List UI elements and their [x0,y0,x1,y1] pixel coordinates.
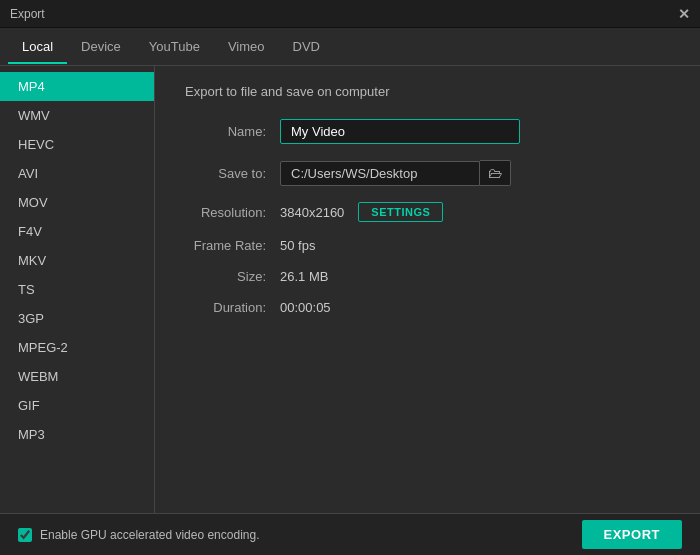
size-row: Size: 26.1 MB [185,269,670,284]
title-bar-title: Export [10,7,45,21]
save-to-field: 🗁 [280,160,511,186]
sidebar-item-webm[interactable]: WEBM [0,362,154,391]
tab-local[interactable]: Local [8,31,67,64]
sidebar-item-mov[interactable]: MOV [0,188,154,217]
settings-button[interactable]: SETTINGS [358,202,443,222]
size-label: Size: [185,269,280,284]
folder-icon: 🗁 [488,165,502,181]
resolution-row: Resolution: 3840x2160 SETTINGS [185,202,670,222]
folder-browse-button[interactable]: 🗁 [480,160,511,186]
name-row: Name: [185,119,670,144]
gpu-checkbox-row: Enable GPU accelerated video encoding. [18,528,259,542]
tab-bar: Local Device YouTube Vimeo DVD [0,28,700,66]
duration-label: Duration: [185,300,280,315]
title-bar: Export ✕ [0,0,700,28]
sidebar-item-3gp[interactable]: 3GP [0,304,154,333]
resolution-field: 3840x2160 SETTINGS [280,202,443,222]
content-heading: Export to file and save on computer [185,84,670,99]
frame-rate-label: Frame Rate: [185,238,280,253]
gpu-checkbox[interactable] [18,528,32,542]
sidebar-item-mp3[interactable]: MP3 [0,420,154,449]
sidebar-item-mpeg2[interactable]: MPEG-2 [0,333,154,362]
gpu-checkbox-label: Enable GPU accelerated video encoding. [40,528,259,542]
name-input[interactable] [280,119,520,144]
name-label: Name: [185,124,280,139]
sidebar-item-mkv[interactable]: MKV [0,246,154,275]
tab-vimeo[interactable]: Vimeo [214,31,279,62]
size-value: 26.1 MB [280,269,328,284]
sidebar-item-hevc[interactable]: HEVC [0,130,154,159]
resolution-label: Resolution: [185,205,280,220]
save-to-row: Save to: 🗁 [185,160,670,186]
duration-value: 00:00:05 [280,300,331,315]
sidebar-item-f4v[interactable]: F4V [0,217,154,246]
content-area: Export to file and save on computer Name… [155,66,700,513]
resolution-value: 3840x2160 [280,205,344,220]
tab-dvd[interactable]: DVD [279,31,334,62]
sidebar-item-avi[interactable]: AVI [0,159,154,188]
save-to-input[interactable] [280,161,480,186]
close-button[interactable]: ✕ [678,6,690,22]
duration-row: Duration: 00:00:05 [185,300,670,315]
tab-device[interactable]: Device [67,31,135,62]
frame-rate-value: 50 fps [280,238,315,253]
save-to-label: Save to: [185,166,280,181]
sidebar-item-wmv[interactable]: WMV [0,101,154,130]
sidebar-item-gif[interactable]: GIF [0,391,154,420]
export-button[interactable]: EXPORT [582,520,682,549]
sidebar-item-ts[interactable]: TS [0,275,154,304]
tab-youtube[interactable]: YouTube [135,31,214,62]
sidebar: MP4 WMV HEVC AVI MOV F4V MKV TS 3GP MPEG… [0,66,155,513]
sidebar-item-mp4[interactable]: MP4 [0,72,154,101]
bottom-bar: Enable GPU accelerated video encoding. E… [0,513,700,555]
main-area: MP4 WMV HEVC AVI MOV F4V MKV TS 3GP MPEG… [0,66,700,513]
frame-rate-row: Frame Rate: 50 fps [185,238,670,253]
